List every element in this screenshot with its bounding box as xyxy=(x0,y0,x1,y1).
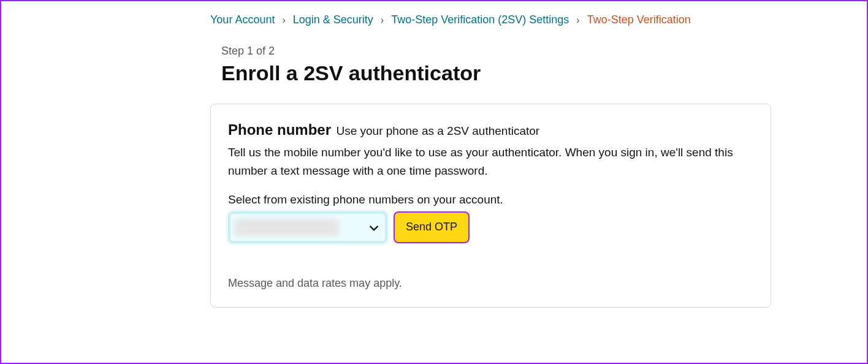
phone-number-select[interactable] xyxy=(228,211,387,243)
breadcrumb-link-login-security[interactable]: Login & Security xyxy=(293,13,373,26)
phone-select-label: Select from existing phone numbers on yo… xyxy=(228,193,753,207)
breadcrumb-separator: › xyxy=(576,15,579,26)
breadcrumb: Your Account › Login & Security › Two-St… xyxy=(210,13,771,26)
breadcrumb-separator: › xyxy=(282,15,285,26)
breadcrumb-current: Two-Step Verification xyxy=(587,13,691,26)
phone-number-value-redacted xyxy=(235,219,339,236)
send-otp-button[interactable]: Send OTP xyxy=(394,211,470,243)
section-title: Phone number xyxy=(228,121,331,138)
controls-row: Send OTP xyxy=(228,211,753,243)
rates-disclaimer: Message and data rates may apply. xyxy=(228,277,753,290)
breadcrumb-separator: › xyxy=(381,15,384,26)
section-description: Tell us the mobile number you'd like to … xyxy=(228,143,753,181)
page-container: Your Account › Login & Security › Two-St… xyxy=(97,13,771,308)
breadcrumb-link-2sv-settings[interactable]: Two-Step Verification (2SV) Settings xyxy=(391,13,569,26)
section-header: Phone number Use your phone as a 2SV aut… xyxy=(228,121,753,138)
chevron-down-icon xyxy=(370,223,378,232)
breadcrumb-link-your-account[interactable]: Your Account xyxy=(210,13,275,26)
page-title: Enroll a 2SV authenticator xyxy=(221,61,771,85)
section-subtitle: Use your phone as a 2SV authenticator xyxy=(336,124,539,137)
step-indicator: Step 1 of 2 xyxy=(221,45,771,58)
enroll-card: Phone number Use your phone as a 2SV aut… xyxy=(210,104,771,308)
